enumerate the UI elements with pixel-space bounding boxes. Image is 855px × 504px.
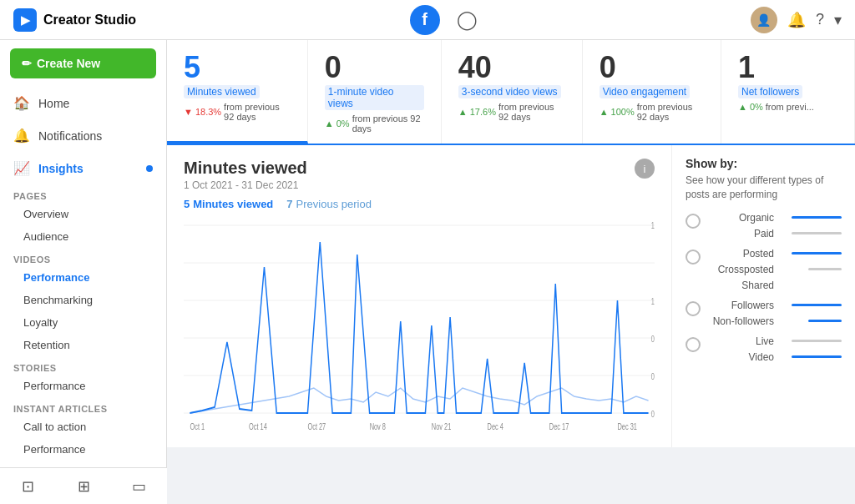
sidebar-sub-overview[interactable]: Overview [0, 203, 166, 225]
sidebar-sub-benchmarking[interactable]: Benchmarking [0, 289, 166, 311]
sidebar-sub-loyalty[interactable]: Loyalty [0, 311, 166, 334]
sidebar-bottom-icon-1[interactable]: ⊡ [0, 468, 56, 504]
show-by-row-live: Live [707, 335, 842, 347]
main-content: 5 Minutes viewed ▼ 18.3% from previous 9… [167, 40, 855, 504]
sidebar-sub-retention[interactable]: Retention [0, 334, 166, 356]
stats-bar: 5 Minutes viewed ▼ 18.3% from previous 9… [167, 40, 855, 145]
chart-area: 1 1 0 0 0 Oct 1 Oct 14 O [184, 217, 655, 434]
show-by-rows-live: Live Video [707, 335, 842, 363]
sidebar-sub-call-to-action[interactable]: Call to action [0, 416, 166, 438]
up-arrow-icon-4: ▲ [738, 102, 747, 112]
radio-posted[interactable] [686, 249, 701, 265]
section-stories: Stories [0, 356, 166, 375]
sidebar-sub-performance[interactable]: Performance [0, 266, 166, 289]
chart-title: Minutes viewed [184, 159, 372, 178]
stat-card-1min-views[interactable]: 0 1-minute video views ▲ 0% from previou… [308, 40, 442, 144]
stat-card-net-followers[interactable]: 1 Net followers ▲ 0% from previ... [721, 40, 855, 144]
show-by-row-paid: Paid [707, 228, 842, 239]
radio-organic[interactable] [686, 214, 701, 229]
show-by-row-shared: Shared [707, 280, 842, 291]
stat-change-text-1min: from previous 92 days [352, 113, 424, 134]
topnav-center: f ◯ [410, 5, 478, 35]
show-by-panel: Show by: See how your different types of… [671, 145, 855, 447]
stat-change-text-3sec: from previous 92 days [498, 102, 565, 122]
stat-number-followers: 1 [738, 50, 837, 85]
stat-number-minutes: 5 [184, 50, 291, 85]
show-by-rows-organic: Organic Paid [707, 212, 842, 239]
avatar[interactable]: 👤 [751, 7, 777, 33]
top-navigation: ▶ Creator Studio f ◯ 👤 🔔 ? ▾ [0, 0, 855, 40]
stat-number-1min: 0 [325, 50, 424, 85]
sidebar-item-insights[interactable]: 📈 Insights [0, 152, 166, 184]
app-logo: ▶ [13, 8, 37, 32]
section-videos: Videos [0, 248, 166, 266]
show-by-row-video: Video [707, 351, 842, 363]
app-title: Creator Studio [43, 13, 136, 28]
svg-text:Dec 17: Dec 17 [549, 422, 569, 431]
show-by-row-organic: Organic [707, 212, 842, 224]
svg-text:0: 0 [651, 335, 655, 344]
line-crossposted [808, 268, 842, 270]
active-indicator [146, 165, 153, 172]
show-by-desc: See how your different types of posts ar… [686, 174, 842, 202]
sidebar-bottom-icon-3[interactable]: ▭ [111, 468, 167, 504]
radio-followers[interactable] [686, 301, 701, 316]
show-by-row-non-followers: Non-followers [707, 315, 842, 327]
svg-text:Oct 1: Oct 1 [190, 422, 205, 431]
sidebar-item-notifications[interactable]: 🔔 Notifications [0, 119, 166, 152]
topnav-left: ▶ Creator Studio [13, 8, 136, 32]
svg-text:Dec 31: Dec 31 [617, 422, 637, 431]
stat-change-text-followers: from previ... [766, 102, 814, 112]
sidebar-sub-ia-performance[interactable]: Performance [0, 438, 166, 461]
sidebar-sub-audience[interactable]: Audience [0, 225, 166, 248]
section-instant-articles: Instant Articles [0, 397, 166, 416]
stat-label-followers: Net followers [738, 85, 802, 98]
svg-text:Oct 14: Oct 14 [249, 422, 267, 431]
line-posted [792, 252, 842, 255]
show-by-row-followers: Followers [707, 300, 842, 311]
show-by-row-crossposted: Crossposted [707, 264, 842, 275]
stat-change-3sec: ▲ 17.6% from previous 92 days [458, 102, 565, 122]
line-video [792, 355, 842, 358]
sidebar-sub-stories-performance[interactable]: Performance [0, 375, 166, 397]
chart-section: Minutes viewed 1 Oct 2021 - 31 Dec 2021 … [167, 145, 671, 447]
down-arrow-icon: ▼ [184, 107, 193, 117]
show-by-title: Show by: [686, 157, 842, 170]
stat-card-engagement[interactable]: 0 Video engagement ▲ 100% from previous … [583, 40, 721, 144]
chart-legend: 5 Minutes viewed 7 Previous period [184, 198, 372, 210]
chart-info-icon[interactable]: i [635, 159, 655, 179]
show-by-rows-followers: Followers Non-followers [707, 300, 842, 327]
line-organic [792, 216, 842, 219]
sidebar-bottom-icon-2[interactable]: ⊞ [56, 468, 112, 504]
stat-pct-1min: 0% [336, 118, 350, 129]
sidebar-bottom-bar: ⊡ ⊞ ▭ [0, 467, 167, 504]
svg-text:0: 0 [651, 410, 655, 419]
stat-pct-3sec: 17.6% [470, 107, 496, 117]
stat-label-minutes: Minutes viewed [184, 85, 260, 98]
stat-change-followers: ▲ 0% from previ... [738, 102, 837, 112]
up-arrow-icon: ▲ [325, 118, 334, 129]
chevron-down-icon[interactable]: ▾ [834, 11, 842, 29]
help-icon[interactable]: ? [816, 11, 824, 28]
chart-header: Minutes viewed 1 Oct 2021 - 31 Dec 2021 … [184, 159, 655, 210]
facebook-icon[interactable]: f [410, 5, 440, 35]
notification-bell-icon[interactable]: 🔔 [787, 11, 806, 29]
instagram-icon[interactable]: ◯ [457, 9, 478, 31]
main-layout: ✏ Create New 🏠 Home 🔔 Notifications 📈 In… [0, 40, 855, 504]
radio-live[interactable] [686, 337, 701, 352]
svg-text:0: 0 [651, 372, 655, 381]
stat-card-3sec-views[interactable]: 40 3-second video views ▲ 17.6% from pre… [442, 40, 583, 144]
stat-pct-engagement: 100% [611, 107, 635, 117]
show-by-group-followers: Followers Non-followers [686, 300, 842, 327]
line-followers [792, 304, 842, 306]
svg-text:Dec 4: Dec 4 [488, 422, 503, 431]
line-live [792, 340, 842, 342]
stat-pct-followers: 0% [750, 102, 763, 112]
create-new-button[interactable]: ✏ Create New [10, 48, 156, 78]
show-by-row-posted: Posted [707, 248, 842, 260]
sidebar-item-home[interactable]: 🏠 Home [0, 87, 166, 119]
home-icon: 🏠 [13, 95, 30, 111]
stat-card-minutes-viewed[interactable]: 5 Minutes viewed ▼ 18.3% from previous 9… [167, 40, 308, 144]
stat-number-engagement: 0 [600, 50, 704, 85]
line-paid [792, 232, 842, 234]
